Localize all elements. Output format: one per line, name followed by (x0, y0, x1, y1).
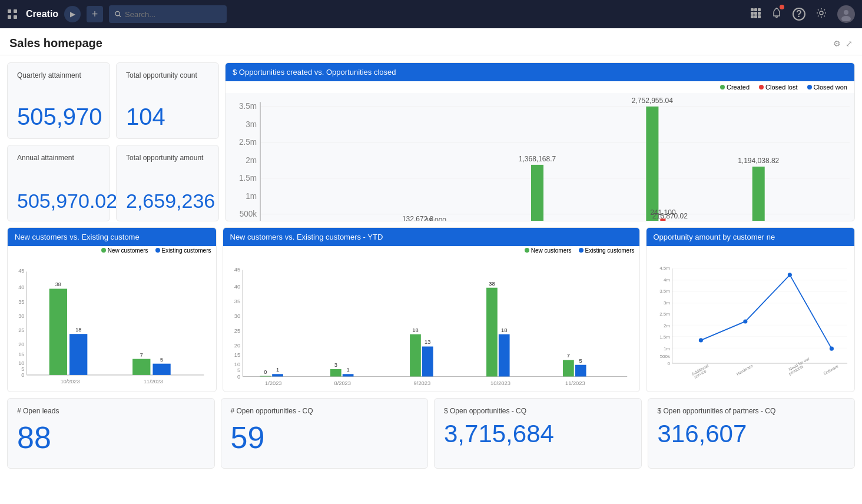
page-header-actions: ⚙ ⤢ (833, 39, 853, 48)
opportunities-chart-card: $ Opportunities created vs. Opportunitie… (225, 62, 855, 221)
user-avatar[interactable] (837, 5, 855, 23)
annual-attainment-value: 505,970.02 (17, 190, 100, 213)
svg-rect-104 (260, 376, 271, 376)
open-opps-cq-label: # Open opportunities - CQ (231, 407, 419, 415)
svg-text:30: 30 (234, 313, 240, 319)
svg-text:7: 7 (140, 352, 143, 358)
svg-text:20: 20 (234, 343, 240, 349)
dollar-open-opps-partners-label: $ Open opportunities of partners - CQ (658, 407, 846, 415)
svg-text:10/2023: 10/2023 (61, 379, 80, 384)
apps-icon[interactable] (750, 8, 761, 21)
search-input[interactable] (125, 10, 221, 19)
total-opportunity-amount-value: 2,659,236 (126, 190, 209, 213)
svg-text:2,752,955.04: 2,752,955.04 (632, 97, 673, 105)
svg-point-16 (820, 11, 823, 15)
svg-text:3.5m: 3.5m (659, 289, 670, 294)
svg-rect-14 (758, 15, 761, 18)
svg-text:10/2023: 10/2023 (490, 380, 510, 386)
svg-rect-8 (758, 8, 761, 11)
svg-text:38: 38 (489, 281, 495, 287)
dollar-open-opps-partners-value: 316,607 (658, 420, 846, 448)
search-box[interactable] (109, 5, 227, 23)
svg-rect-54 (646, 107, 658, 221)
total-opportunity-count-card: Total opportunity count 104 (116, 62, 219, 139)
svg-text:35: 35 (234, 299, 240, 304)
svg-rect-124 (563, 360, 574, 376)
opportunities-chart-svg: 3.5m 3m 2.5m 2m 1.5m 1m 500k 0 (230, 93, 850, 221)
kpi-column: Quarterly attainment 505,970 Total oppor… (7, 62, 219, 221)
help-icon[interactable]: ? (793, 8, 805, 21)
quarterly-attainment-label: Quarterly attainment (17, 71, 100, 79)
svg-rect-84 (69, 334, 87, 375)
svg-text:0: 0 (264, 369, 267, 375)
expand-icon[interactable]: ⤢ (846, 39, 853, 48)
dollar-open-opps-cq-label: $ Open opportunities - CQ (444, 407, 632, 415)
svg-text:4m: 4m (663, 277, 669, 283)
svg-text:1.5m: 1.5m (659, 334, 670, 340)
svg-text:5: 5 (579, 358, 582, 364)
svg-rect-116 (422, 347, 433, 377)
opportunities-chart-legend: Created Closed lost Closed won (226, 81, 854, 93)
svg-text:500k: 500k (659, 354, 669, 359)
svg-text:4.5m: 4.5m (659, 266, 670, 271)
new-vs-existing-ytd-legend: New customers Existing customers (223, 246, 639, 255)
svg-rect-7 (754, 8, 757, 11)
open-opps-cq-value: 59 (231, 420, 419, 455)
svg-line-5 (119, 15, 121, 17)
svg-text:38: 38 (55, 281, 61, 287)
settings-icon[interactable]: ⚙ (833, 39, 841, 48)
svg-text:1.5m: 1.5m (239, 174, 257, 183)
svg-text:500k: 500k (240, 210, 257, 218)
svg-text:9/2023: 9/2023 (413, 380, 430, 386)
svg-rect-47 (531, 165, 543, 221)
svg-text:20: 20 (18, 341, 24, 347)
svg-text:18: 18 (75, 327, 81, 333)
svg-rect-61 (752, 167, 765, 221)
opportunity-amount-chart-card: Opportunity amount by customer ne 4.5m 4… (646, 227, 856, 392)
svg-rect-2 (8, 15, 11, 19)
svg-text:40: 40 (18, 284, 24, 290)
svg-text:11/2023: 11/2023 (565, 380, 585, 386)
svg-rect-12 (751, 15, 754, 18)
bell-icon[interactable] (771, 7, 782, 22)
legend-closed-won-label: Closed won (814, 84, 847, 91)
page-header: Sales homepage ⚙ ⤢ (0, 28, 862, 55)
svg-text:48,000: 48,000 (425, 217, 446, 221)
main-content: Sales homepage ⚙ ⤢ Quarterly attainment … (0, 28, 862, 504)
new-vs-existing-chart-card: New customers vs. Existing custome New c… (7, 227, 217, 392)
svg-rect-111 (342, 374, 353, 376)
legend-new-customers: New customers (101, 247, 148, 254)
svg-text:5: 5 (21, 366, 24, 372)
legend-new-customers-ytd: New customers (525, 247, 572, 254)
total-opportunity-amount-label: Total opportunity amount (126, 154, 209, 162)
app-logo: Creatio (26, 9, 58, 19)
total-opportunity-amount-card: Total opportunity amount 2,659,236 (116, 145, 219, 221)
opportunities-chart-title: $ Opportunities created vs. Opportunitie… (226, 63, 854, 81)
play-button[interactable]: ▶ (64, 6, 81, 22)
search-icon (115, 11, 121, 18)
svg-rect-6 (751, 8, 754, 11)
new-vs-existing-chart-title: New customers vs. Existing custome (8, 228, 216, 246)
gear-icon[interactable] (816, 8, 827, 21)
svg-text:1/2023: 1/2023 (264, 380, 281, 386)
legend-closed-lost: Closed lost (759, 84, 797, 91)
svg-point-148 (698, 338, 702, 342)
legend-existing-customers-ytd: Existing customers (579, 247, 635, 254)
svg-text:1: 1 (346, 367, 349, 373)
opportunity-amount-svg: 4.5m 4m 3.5m 3m 2.5m 2m 1.5m 1m 500k 0 (651, 251, 850, 387)
svg-text:3m: 3m (663, 300, 669, 306)
row-charts: New customers vs. Existing custome New c… (7, 227, 855, 392)
svg-rect-11 (758, 12, 761, 15)
total-opportunity-count-label: Total opportunity count (126, 71, 209, 79)
new-vs-existing-ytd-svg: 45 40 35 30 25 20 15 10 5 0 (223, 255, 639, 392)
legend-created-label: Created (727, 84, 750, 91)
grid-icon[interactable] (7, 9, 18, 19)
svg-text:0: 0 (667, 361, 670, 366)
new-vs-existing-svg: 45 40 35 30 25 20 15 10 5 0 (8, 255, 216, 392)
new-vs-existing-ytd-title: New customers vs. Existing customers - Y… (223, 228, 639, 246)
open-leads-value: 88 (17, 420, 205, 455)
svg-text:10: 10 (18, 360, 24, 366)
svg-text:13: 13 (425, 339, 430, 345)
add-button[interactable]: + (87, 6, 103, 22)
opportunities-chart-body: 3.5m 3m 2.5m 2m 1.5m 1m 500k 0 (226, 93, 854, 221)
